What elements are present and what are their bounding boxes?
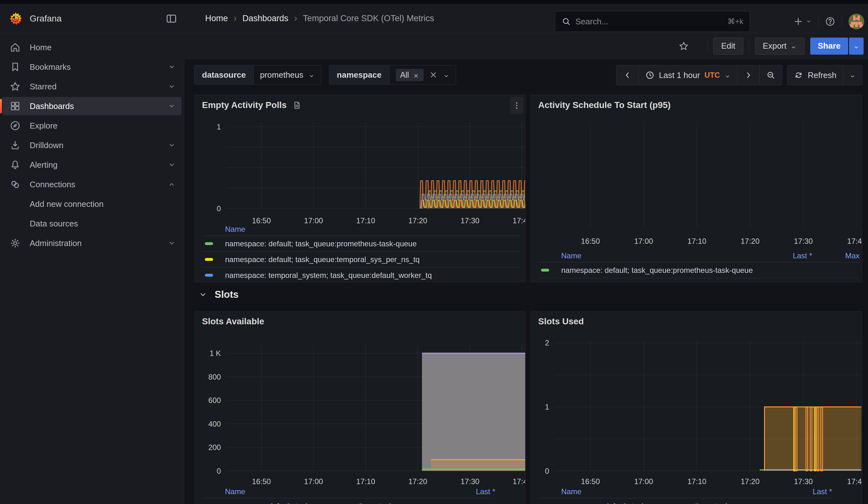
svg-text:1: 1 <box>545 403 549 411</box>
sidebar-item-bookmarks[interactable]: Bookmarks <box>2 58 182 76</box>
legend-row[interactable]: namespace: default; task_queue:prometheu… <box>202 236 520 252</box>
export-button[interactable]: Export <box>755 38 805 55</box>
namespace-select[interactable]: All <box>389 65 456 84</box>
series-color-marker[interactable] <box>205 242 213 245</box>
panel-title[interactable]: Activity Schedule To Start (p95) <box>538 100 671 110</box>
chevron-down-icon[interactable] <box>168 63 176 71</box>
series-color-marker[interactable] <box>205 274 213 277</box>
chevron-up-icon[interactable] <box>168 180 176 188</box>
series-label[interactable]: namespace: temporal_system; task_queue:d… <box>225 271 520 280</box>
svg-text:200: 200 <box>208 443 221 452</box>
slots-available-chart[interactable]: 02004006008001 K16:5017:0017:1017:2017:3… <box>194 311 525 504</box>
sidebar-item-alerting[interactable]: Alerting <box>2 156 182 174</box>
series-color-marker[interactable] <box>205 258 213 261</box>
panel-title-label: Empty Activity Polls <box>202 100 287 110</box>
clock-icon <box>645 70 655 80</box>
panel-title[interactable]: Empty Activity Polls <box>202 100 302 110</box>
breadcrumb-separator: › <box>234 13 237 25</box>
search-shortcut: ⌘+k <box>727 17 743 26</box>
legend-column-header[interactable]: Max <box>812 251 859 260</box>
panel-menu-button[interactable] <box>510 97 523 114</box>
svg-text:17:20: 17:20 <box>741 237 760 245</box>
breadcrumb-dashboards[interactable]: Dashboards <box>242 13 289 23</box>
svg-text:17:00: 17:00 <box>634 237 653 245</box>
sidebar-item-data-sources[interactable]: Data sources <box>2 214 182 233</box>
namespace-chip[interactable]: All <box>396 69 424 81</box>
apps-icon <box>9 101 21 112</box>
bookmark-icon <box>9 61 21 73</box>
favorite-button[interactable] <box>678 41 689 51</box>
legend-row[interactable]: namespace: default; task_queue:prometheu… <box>538 498 832 504</box>
user-avatar[interactable] <box>848 13 864 29</box>
panel-title[interactable]: Slots Used <box>538 316 584 327</box>
clear-icon[interactable] <box>428 70 438 80</box>
sidebar-item-administration[interactable]: Administration <box>2 234 182 252</box>
legend-name-column-header[interactable]: Name <box>561 487 581 496</box>
search-input[interactable]: Search... ⌘+k <box>555 11 750 32</box>
topnav-right-actions <box>793 11 864 32</box>
legend-column-header[interactable]: Last * <box>765 251 812 260</box>
chevron-down-icon[interactable] <box>168 161 176 169</box>
slots-row-header[interactable]: Slots <box>198 289 239 300</box>
grafana-app: Grafana Home › Dashboards › Temporal Cor… <box>0 0 868 504</box>
chevron-down-icon <box>724 72 731 78</box>
svg-text:17:20: 17:20 <box>409 477 427 486</box>
legend-column-header[interactable]: Last * <box>785 487 832 496</box>
series-label[interactable]: namespace: default; task_queue:prometheu… <box>225 502 448 504</box>
panel-description-icon[interactable] <box>292 101 302 110</box>
slots-used-chart[interactable]: 01216:5017:0017:1017:2017:3017:40 <box>530 311 862 504</box>
sidebar-item-connections[interactable]: Connections <box>2 175 182 194</box>
legend-name-column-header[interactable]: Name <box>561 251 581 260</box>
svg-text:16:50: 16:50 <box>581 477 600 486</box>
sidebar-item-drilldown[interactable]: Drilldown <box>2 136 182 154</box>
time-shift-back-button[interactable] <box>617 65 639 85</box>
legend-column-header[interactable]: Last * <box>448 487 495 496</box>
search-placeholder: Search... <box>576 17 723 27</box>
new-button[interactable] <box>793 16 812 27</box>
legend-row[interactable]: namespace: default; task_queue:prometheu… <box>202 498 495 504</box>
panel-slots-used: Slots Used 01216:5017:0017:1017:2017:301… <box>530 311 862 504</box>
datasource-select[interactable]: prometheus <box>254 65 321 84</box>
refresh-button[interactable]: Refresh <box>787 65 843 85</box>
legend-row[interactable]: namespace: temporal_system; task_queue:d… <box>202 267 520 282</box>
sidebar-item-dashboards[interactable]: Dashboards <box>2 97 182 115</box>
chevron-down-icon[interactable] <box>168 239 176 247</box>
time-range-picker[interactable]: Last 1 hour UTC <box>639 65 737 85</box>
series-label[interactable]: namespace: default; task_queue:prometheu… <box>561 266 765 275</box>
chevron-down-icon <box>853 43 859 49</box>
panel-title[interactable]: Slots Available <box>202 316 264 327</box>
breadcrumb-home[interactable]: Home <box>205 13 228 23</box>
series-color-marker[interactable] <box>541 269 549 271</box>
legend-name-column-header[interactable]: Name <box>225 225 245 234</box>
chevron-down-icon[interactable] <box>168 82 176 91</box>
share-button[interactable]: Share <box>810 38 848 55</box>
zoom-out-time-button[interactable] <box>760 65 782 85</box>
chevron-down-icon[interactable] <box>168 102 176 110</box>
svg-text:0: 0 <box>217 467 221 475</box>
series-label[interactable]: namespace: default; task_queue:prometheu… <box>561 502 785 504</box>
sidebar-item-home[interactable]: Home <box>2 38 182 56</box>
svg-text:800: 800 <box>208 373 221 381</box>
remove-icon[interactable] <box>413 72 419 78</box>
dock-menu-icon[interactable] <box>165 13 177 25</box>
sidebar-item-label: Dashboards <box>30 101 159 111</box>
chevron-down-icon <box>806 18 812 25</box>
series-label[interactable]: namespace: default; task_queue:temporal_… <box>225 255 520 264</box>
sidebar-item-label: Home <box>30 43 176 52</box>
series-label[interactable]: namespace: default; task_queue:prometheu… <box>225 239 520 248</box>
chevron-down-icon[interactable] <box>168 141 176 150</box>
home-icon <box>9 42 21 53</box>
help-button[interactable] <box>825 16 836 27</box>
edit-button[interactable]: Edit <box>713 38 743 55</box>
legend-row[interactable]: namespace: default; task_queue:temporal_… <box>202 252 520 267</box>
share-menu-button[interactable] <box>849 38 864 55</box>
time-shift-forward-button[interactable] <box>737 65 760 85</box>
timezone-label: UTC <box>704 71 720 80</box>
legend-name-column-header[interactable]: Name <box>225 487 245 496</box>
svg-text:17:30: 17:30 <box>461 477 479 486</box>
sidebar-item-add-new-connection[interactable]: Add new connection <box>2 195 182 213</box>
legend-row[interactable]: namespace: default; task_queue:prometheu… <box>538 263 859 278</box>
sidebar-item-starred[interactable]: Starred <box>2 78 182 96</box>
refresh-interval-button[interactable] <box>843 65 862 85</box>
sidebar-item-explore[interactable]: Explore <box>2 116 182 135</box>
